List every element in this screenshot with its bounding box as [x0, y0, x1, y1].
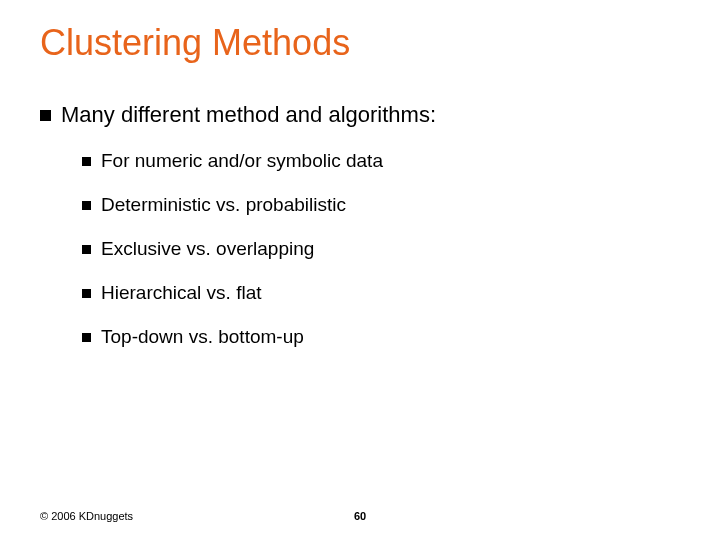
copyright-footer: © 2006 KDnuggets [40, 510, 133, 522]
square-bullet-icon [82, 201, 91, 210]
square-bullet-icon [82, 333, 91, 342]
slide-title: Clustering Methods [40, 22, 680, 64]
bullet-level1: Many different method and algorithms: [40, 102, 680, 128]
bullet-level2: Hierarchical vs. flat [82, 282, 680, 304]
bullet-level2: Top-down vs. bottom-up [82, 326, 680, 348]
bullet-text: Deterministic vs. probabilistic [101, 194, 346, 216]
square-bullet-icon [40, 110, 51, 121]
square-bullet-icon [82, 289, 91, 298]
bullet-text: Exclusive vs. overlapping [101, 238, 314, 260]
bullet-text: Many different method and algorithms: [61, 102, 436, 128]
square-bullet-icon [82, 245, 91, 254]
bullet-level2: For numeric and/or symbolic data [82, 150, 680, 172]
bullet-level2: Exclusive vs. overlapping [82, 238, 680, 260]
bullet-level2: Deterministic vs. probabilistic [82, 194, 680, 216]
square-bullet-icon [82, 157, 91, 166]
bullet-text: Top-down vs. bottom-up [101, 326, 304, 348]
page-number: 60 [354, 510, 366, 522]
bullet-text: Hierarchical vs. flat [101, 282, 262, 304]
bullet-text: For numeric and/or symbolic data [101, 150, 383, 172]
slide: Clustering Methods Many different method… [0, 0, 720, 540]
